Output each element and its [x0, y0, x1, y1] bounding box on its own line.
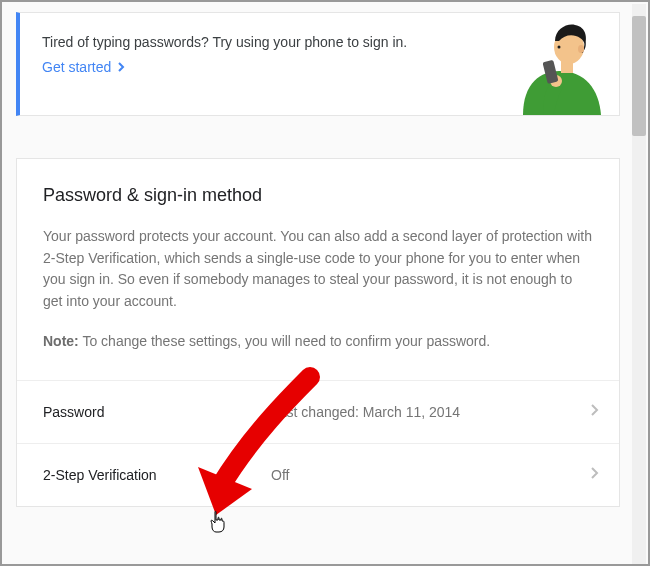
svg-point-3 — [578, 45, 584, 53]
person-phone-illustration — [505, 23, 613, 115]
page-frame: Tired of typing passwords? Try using you… — [0, 0, 650, 566]
two-step-verification-row[interactable]: 2-Step Verification Off — [17, 443, 619, 506]
chevron-right-icon — [117, 59, 126, 75]
scrollbar-thumb[interactable] — [632, 16, 646, 136]
note-label: Note: — [43, 333, 79, 349]
chevron-right-icon — [589, 403, 599, 421]
phone-signin-promo-card: Tired of typing passwords? Try using you… — [16, 12, 620, 116]
note-text: To change these settings, you will need … — [79, 333, 490, 349]
signin-note: Note: To change these settings, you will… — [43, 331, 593, 353]
chevron-right-icon — [589, 466, 599, 484]
two-step-row-label: 2-Step Verification — [43, 467, 271, 483]
two-step-row-value: Off — [271, 467, 589, 483]
password-signin-card: Password & sign-in method Your password … — [16, 158, 620, 507]
signin-header: Password & sign-in method Your password … — [17, 159, 619, 352]
signin-title: Password & sign-in method — [43, 185, 593, 206]
get-started-label: Get started — [42, 59, 111, 75]
get-started-link[interactable]: Get started — [42, 59, 126, 75]
password-row-label: Password — [43, 404, 271, 420]
password-row-value: Last changed: March 11, 2014 — [271, 404, 589, 420]
signin-description: Your password protects your account. You… — [43, 226, 593, 313]
pointer-cursor-icon — [208, 510, 228, 538]
svg-point-4 — [558, 46, 561, 49]
password-row[interactable]: Password Last changed: March 11, 2014 — [17, 380, 619, 443]
